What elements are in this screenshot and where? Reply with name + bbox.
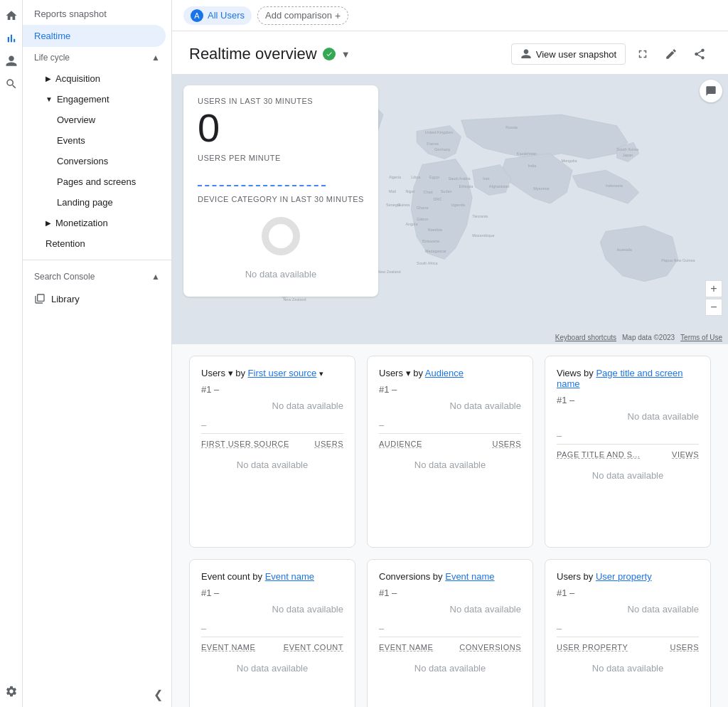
card-link-2[interactable]: Audience [425, 368, 464, 378]
card-title-3: Views by Page title and screen name [557, 368, 699, 389]
sidebar-item-events[interactable]: Events [23, 130, 166, 151]
search-icon[interactable] [3, 75, 20, 92]
card-title-1: Users ▾ by First user source ▾ [201, 368, 343, 378]
edit-icon[interactable] [660, 43, 682, 65]
card-prefix-2: Users [379, 368, 403, 378]
sidebar-item-pages[interactable]: Pages and screens [23, 171, 166, 192]
svg-text:Germany: Germany [434, 147, 451, 152]
card-dash-3: – [557, 430, 562, 441]
svg-text:Mozambique: Mozambique [472, 233, 494, 238]
card-title-6: Users by User property [557, 571, 699, 582]
sidebar-item-engagement[interactable]: ▼ Engagement [23, 89, 166, 110]
settings-gear-icon[interactable] [3, 683, 20, 700]
sidebar-divider [23, 260, 171, 260]
zoom-out-button[interactable]: − [705, 299, 722, 316]
users-count: 0 [198, 108, 364, 148]
svg-text:Tanzania: Tanzania [472, 214, 488, 218]
svg-text:United Kingdom: United Kingdom [425, 130, 453, 134]
map-chat-icon[interactable] [700, 80, 722, 102]
sidebar-item-conversions[interactable]: Conversions [23, 151, 166, 171]
card-title-2: Users ▾ by Audience [379, 368, 521, 378]
card-no-data-top-4: No data available [201, 601, 343, 623]
map-zoom-controls: + − [705, 280, 722, 316]
card-first-user-source: Users ▾ by First user source ▾ #1 – No d… [189, 356, 355, 548]
card-prefix-4: Event count by [201, 571, 265, 582]
device-no-data: No data available [198, 263, 364, 285]
main-content: A All Users Add comparison + Realtime ov… [172, 0, 728, 707]
chevron-up-icon: ▲ [151, 53, 160, 63]
card-table-header-1: FIRST USER SOURCE USERS [201, 433, 343, 448]
chevron-up-icon-sc: ▲ [151, 272, 160, 282]
sidebar-item-acquisition[interactable]: ▶ Acquisition [23, 68, 166, 89]
card-link-6[interactable]: User property [596, 571, 652, 582]
add-comparison-button[interactable]: Add comparison + [257, 6, 348, 25]
col-label-2a: AUDIENCE [379, 440, 422, 448]
card-rank-5: #1 – [379, 588, 521, 598]
dropdown-icon-1[interactable]: ▾ [319, 369, 323, 378]
card-link-1[interactable]: First user source [248, 368, 317, 378]
col-label-1a: FIRST USER SOURCE [201, 440, 289, 448]
col-label-6a: USER PROPERTY [557, 643, 628, 652]
sidebar-section-lifecycle[interactable]: Life cycle ▲ [23, 47, 171, 68]
col-label-3a: PAGE TITLE AND S... [557, 450, 640, 459]
card-rank-2: #1 – [379, 384, 521, 395]
home-icon[interactable] [3, 7, 20, 24]
card-no-data-top-2: No data available [379, 398, 521, 420]
sidebar-item-landing[interactable]: Landing page [23, 192, 166, 213]
col-label-6b: USERS [670, 643, 699, 652]
card-no-data-bottom-5: No data available [379, 652, 521, 685]
svg-text:Uganda: Uganda [451, 203, 466, 207]
svg-text:Afghanistan: Afghanistan [489, 184, 510, 188]
card-rank-6: #1 – [557, 588, 699, 598]
audience-pill[interactable]: A All Users [183, 6, 252, 25]
svg-text:Namibia: Namibia [428, 228, 443, 232]
card-dash-5: – [379, 623, 384, 634]
dropdown-arrow-icon[interactable]: ▼ [341, 49, 350, 60]
card-link-4[interactable]: Event name [265, 571, 314, 582]
svg-text:Libya: Libya [411, 175, 421, 179]
svg-text:Niger: Niger [405, 189, 414, 193]
card-link-5[interactable]: Event name [445, 571, 494, 582]
person-icon[interactable] [3, 53, 20, 70]
card-prefix-5: Conversions by [379, 571, 445, 582]
card-no-data-bottom-2: No data available [379, 448, 521, 482]
svg-text:Botswana: Botswana [422, 239, 440, 243]
sidebar-item-monetization[interactable]: ▶ Monetization [23, 213, 166, 233]
sidebar-header: Reports snapshot [23, 0, 171, 25]
card-audience: Users ▾ by Audience #1 – No data availab… [367, 356, 533, 548]
sidebar-item-realtime[interactable]: Realtime [23, 25, 166, 47]
map-data-label: Map data ©2023 [622, 334, 675, 341]
bar-chart-icon[interactable] [3, 30, 20, 47]
fullscreen-icon[interactable] [631, 43, 654, 65]
card-table-header-5: EVENT NAME CONVERSIONS [379, 637, 521, 652]
sidebar-item-retention[interactable]: Retention [23, 233, 166, 254]
map-copyright: Keyboard shortcuts Map data ©2023 Terms … [555, 334, 722, 341]
sidebar-section-search-console[interactable]: Search Console ▲ [23, 266, 171, 287]
card-no-data-top-3: No data available [557, 408, 699, 430]
svg-text:New Zealand: New Zealand [378, 270, 400, 274]
terms-of-use[interactable]: Terms of Use [680, 334, 722, 341]
keyboard-shortcuts[interactable]: Keyboard shortcuts [555, 334, 616, 341]
sidebar-item-library[interactable]: Library [23, 287, 171, 310]
view-user-snapshot-button[interactable]: View user snapshot [511, 43, 626, 65]
library-icon [34, 293, 46, 304]
users-per-minute-label: USERS PER MINUTE [198, 154, 364, 162]
share-icon[interactable] [688, 43, 711, 65]
audience-letter: A [191, 9, 203, 22]
svg-text:Saudi Arabia: Saudi Arabia [449, 176, 471, 181]
page-title: Realtime overview [189, 45, 317, 63]
collapse-sidebar-btn[interactable]: ❮ [154, 688, 163, 701]
chevron-right-icon: ▶ [46, 75, 51, 83]
svg-text:Mali: Mali [389, 189, 396, 193]
card-table-header-3: PAGE TITLE AND S... VIEWS [557, 444, 699, 459]
card-rank-3: #1 – [557, 395, 699, 405]
zoom-in-button[interactable]: + [705, 280, 722, 297]
icon-rail [0, 0, 23, 707]
sidebar-item-overview[interactable]: Overview [23, 110, 166, 130]
card-table-header-4: EVENT NAME EVENT COUNT [201, 637, 343, 652]
svg-text:Angola: Angola [405, 222, 418, 226]
card-table-header-2: AUDIENCE USERS [379, 433, 521, 448]
card-no-data-bottom-3: No data available [557, 459, 699, 492]
card-prefix-6: Users by [557, 571, 596, 582]
svg-text:Japan: Japan [622, 153, 633, 157]
